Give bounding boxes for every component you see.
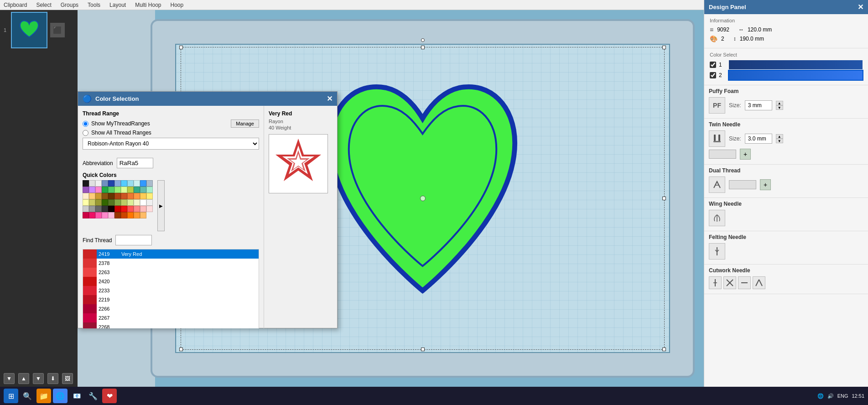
- show-my-thread-ranges-row[interactable]: Show MyThreadRanges Manage: [83, 119, 259, 128]
- quick-color-swatch-17[interactable]: [121, 187, 127, 193]
- dual-thread-color-swatch[interactable]: [729, 180, 756, 189]
- quick-color-swatch-19[interactable]: [134, 187, 140, 193]
- quick-color-swatch-22[interactable]: [83, 193, 89, 199]
- quick-color-swatch-10[interactable]: [146, 180, 153, 187]
- quick-color-swatch-44[interactable]: [83, 206, 89, 212]
- menu-layout[interactable]: Layout: [109, 2, 126, 8]
- thread-list-item-0[interactable]: 2419Very Red: [83, 249, 259, 259]
- quick-color-swatch-29[interactable]: [127, 193, 134, 199]
- cutwork-btn-4[interactable]: [753, 276, 765, 289]
- quick-color-swatch-6[interactable]: [121, 180, 127, 187]
- quick-color-swatch-4[interactable]: [108, 180, 114, 187]
- taskbar-app-btn-1[interactable]: 📧: [69, 389, 84, 403]
- quick-color-swatch-64[interactable]: [140, 212, 146, 218]
- quick-color-swatch-13[interactable]: [95, 187, 102, 193]
- toolbar-btn-4[interactable]: ⬇: [47, 373, 58, 384]
- quick-color-swatch-40[interactable]: [127, 199, 134, 206]
- quick-color-swatch-2[interactable]: [95, 180, 102, 187]
- thread-list-item-4[interactable]: 2233: [83, 286, 259, 295]
- thread-list-item-7[interactable]: 2267: [83, 313, 259, 322]
- quick-color-swatch-62[interactable]: [127, 212, 134, 218]
- quick-color-swatch-31[interactable]: [140, 193, 146, 199]
- quick-color-swatch-61[interactable]: [121, 212, 127, 218]
- quick-color-swatch-25[interactable]: [102, 193, 108, 199]
- quick-color-swatch-41[interactable]: [134, 199, 140, 206]
- quick-color-swatch-0[interactable]: [83, 180, 89, 187]
- quick-color-swatch-52[interactable]: [134, 206, 140, 212]
- show-all-thread-ranges-row[interactable]: Show All Thread Ranges: [83, 130, 259, 136]
- quick-color-swatch-15[interactable]: [108, 187, 114, 193]
- quick-color-swatch-50[interactable]: [121, 206, 127, 212]
- quick-color-swatch-49[interactable]: [114, 206, 121, 212]
- twin-needle-icon-btn[interactable]: [709, 130, 725, 147]
- quick-color-swatch-1[interactable]: [89, 180, 95, 187]
- quick-color-swatch-21[interactable]: [146, 187, 153, 193]
- brand-dropdown[interactable]: Robison-Anton Rayon 40: [83, 138, 259, 150]
- find-thread-input[interactable]: [115, 235, 152, 245]
- quick-color-swatch-55[interactable]: [83, 212, 89, 218]
- twin-needle-add-btn[interactable]: +: [740, 149, 751, 160]
- taskbar-explorer-btn[interactable]: 📁: [36, 389, 51, 403]
- puffy-foam-size-up[interactable]: ▲: [776, 101, 783, 105]
- design-thumbnail[interactable]: [11, 12, 47, 48]
- thread-list-item-1[interactable]: 2378: [83, 259, 259, 268]
- design-item-1[interactable]: 1 ⬛: [0, 10, 78, 50]
- quick-color-swatch-59[interactable]: [108, 212, 114, 218]
- thread-list-item-3[interactable]: 2420: [83, 277, 259, 286]
- color-1-checkbox[interactable]: [710, 62, 716, 68]
- taskbar-start-btn[interactable]: ⊞: [4, 389, 18, 403]
- taskbar-app-btn-3[interactable]: ❤: [102, 389, 117, 403]
- thread-list-item-5[interactable]: 2219: [83, 295, 259, 304]
- menu-groups[interactable]: Groups: [61, 2, 78, 8]
- manage-button[interactable]: Manage: [231, 119, 259, 128]
- color-2-checkbox[interactable]: [710, 72, 716, 78]
- quick-color-swatch-56[interactable]: [89, 212, 95, 218]
- color-2-swatch[interactable]: [729, 71, 863, 80]
- quick-color-swatch-45[interactable]: [89, 206, 95, 212]
- quick-color-swatch-48[interactable]: [108, 206, 114, 212]
- menu-multi-hoop[interactable]: Multi Hoop: [135, 2, 161, 8]
- thread-list-item-8[interactable]: 2268: [83, 322, 259, 328]
- cutwork-btn-1[interactable]: [709, 276, 722, 289]
- panel-close-button[interactable]: ✕: [858, 3, 863, 11]
- quick-color-swatch-39[interactable]: [121, 199, 127, 206]
- twin-needle-size-up[interactable]: ▲: [776, 134, 783, 139]
- quick-color-swatch-8[interactable]: [134, 180, 140, 187]
- quick-color-swatch-43[interactable]: [146, 199, 153, 206]
- puffy-foam-icon-btn[interactable]: PF: [709, 97, 725, 114]
- menu-select[interactable]: Select: [36, 2, 51, 8]
- quick-color-swatch-9[interactable]: [140, 180, 146, 187]
- thread-list-item-6[interactable]: 2266: [83, 304, 259, 313]
- quick-color-swatch-7[interactable]: [127, 180, 134, 187]
- quick-color-swatch-23[interactable]: [89, 193, 95, 199]
- dual-thread-add-btn[interactable]: +: [760, 179, 771, 190]
- toolbar-btn-2[interactable]: ▲: [18, 373, 29, 384]
- thread-list-item-2[interactable]: 2263: [83, 268, 259, 277]
- dual-thread-icon-btn[interactable]: [709, 177, 725, 193]
- quick-color-swatch-27[interactable]: [114, 193, 121, 199]
- quick-color-swatch-24[interactable]: [95, 193, 102, 199]
- quick-color-swatch-54[interactable]: [146, 206, 153, 212]
- toolbar-btn-3[interactable]: ▼: [33, 373, 44, 384]
- menu-tools[interactable]: Tools: [88, 2, 100, 8]
- show-my-thread-ranges-radio[interactable]: [83, 121, 88, 127]
- felting-needle-icon-btn[interactable]: [709, 243, 725, 260]
- menu-hoop[interactable]: Hoop: [171, 2, 184, 8]
- taskbar-app-btn-2[interactable]: 🔧: [86, 389, 100, 403]
- quick-color-swatch-36[interactable]: [102, 199, 108, 206]
- cutwork-btn-2[interactable]: [723, 276, 736, 289]
- quick-color-swatch-28[interactable]: [121, 193, 127, 199]
- quick-color-swatch-37[interactable]: [108, 199, 114, 206]
- quick-color-swatch-26[interactable]: [108, 193, 114, 199]
- quick-color-swatch-58[interactable]: [102, 212, 108, 218]
- quick-colors-scroll-right[interactable]: ▶: [157, 180, 165, 231]
- abbreviation-input[interactable]: [117, 158, 153, 168]
- quick-color-swatch-60[interactable]: [114, 212, 121, 218]
- quick-color-swatch-63[interactable]: [134, 212, 140, 218]
- quick-color-swatch-32[interactable]: [146, 193, 153, 199]
- dialog-close-button[interactable]: ✕: [327, 94, 333, 103]
- quick-color-swatch-11[interactable]: [83, 187, 89, 193]
- quick-color-swatch-20[interactable]: [140, 187, 146, 193]
- menu-clipboard[interactable]: Clipboard: [4, 2, 27, 8]
- quick-color-swatch-16[interactable]: [114, 187, 121, 193]
